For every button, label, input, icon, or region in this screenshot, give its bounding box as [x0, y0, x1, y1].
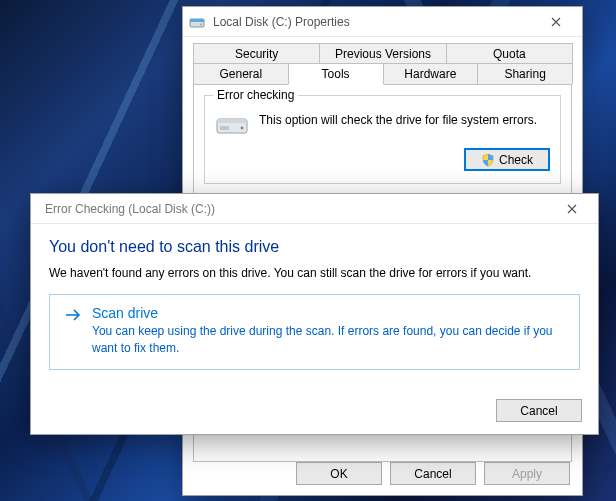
tab-sharing[interactable]: Sharing	[477, 63, 573, 84]
svg-point-2	[200, 23, 202, 25]
shield-icon	[481, 153, 495, 167]
properties-button-row: OK Cancel Apply	[296, 462, 570, 485]
drive-icon	[215, 112, 249, 138]
apply-button[interactable]: Apply	[484, 462, 570, 485]
svg-point-5	[241, 127, 244, 130]
arrow-right-icon	[64, 306, 82, 324]
scan-drive-title: Scan drive	[92, 305, 565, 321]
svg-rect-4	[217, 119, 247, 123]
tab-security[interactable]: Security	[193, 43, 320, 64]
error-checking-text: This option will check the drive for fil…	[259, 112, 550, 128]
tab-quota[interactable]: Quota	[446, 43, 573, 64]
check-button-label: Check	[499, 153, 533, 167]
disk-icon	[189, 14, 205, 30]
error-checking-dialog: Error Checking (Local Disk (C:)) You don…	[30, 193, 599, 435]
error-dialog-title: Error Checking (Local Disk (C:))	[37, 202, 552, 216]
properties-title: Local Disk (C:) Properties	[209, 15, 536, 29]
close-icon	[551, 17, 561, 27]
cancel-button[interactable]: Cancel	[390, 462, 476, 485]
tab-tools[interactable]: Tools	[288, 63, 384, 85]
error-checking-group: Error checking This option will check th…	[204, 95, 561, 184]
close-icon	[567, 204, 577, 214]
tab-general[interactable]: General	[193, 63, 289, 84]
error-dialog-close-button[interactable]	[552, 197, 592, 221]
error-dialog-titlebar[interactable]: Error Checking (Local Disk (C:))	[31, 194, 598, 224]
tab-previous-versions[interactable]: Previous Versions	[319, 43, 446, 64]
error-checking-legend: Error checking	[213, 88, 298, 102]
scan-drive-text: Scan drive You can keep using the drive …	[92, 305, 565, 357]
error-dialog-body: You don't need to scan this drive We hav…	[31, 224, 598, 384]
check-button[interactable]: Check	[464, 148, 550, 171]
ok-button[interactable]: OK	[296, 462, 382, 485]
tab-hardware[interactable]: Hardware	[383, 63, 479, 84]
properties-titlebar[interactable]: Local Disk (C:) Properties	[183, 7, 582, 37]
error-dialog-button-row: Cancel	[496, 399, 582, 422]
error-dialog-subtext: We haven't found any errors on this driv…	[49, 266, 580, 280]
properties-close-button[interactable]	[536, 10, 576, 34]
scan-drive-desc: You can keep using the drive during the …	[92, 323, 565, 357]
scan-drive-option[interactable]: Scan drive You can keep using the drive …	[49, 294, 580, 370]
svg-rect-1	[190, 19, 204, 22]
tab-strip: Security Previous Versions Quota General…	[193, 43, 572, 84]
tab-row-2: General Tools Hardware Sharing	[193, 63, 572, 84]
error-dialog-cancel-button[interactable]: Cancel	[496, 399, 582, 422]
tab-row-1: Security Previous Versions Quota	[193, 43, 572, 64]
error-dialog-headline: You don't need to scan this drive	[49, 238, 580, 256]
svg-rect-6	[220, 126, 229, 130]
